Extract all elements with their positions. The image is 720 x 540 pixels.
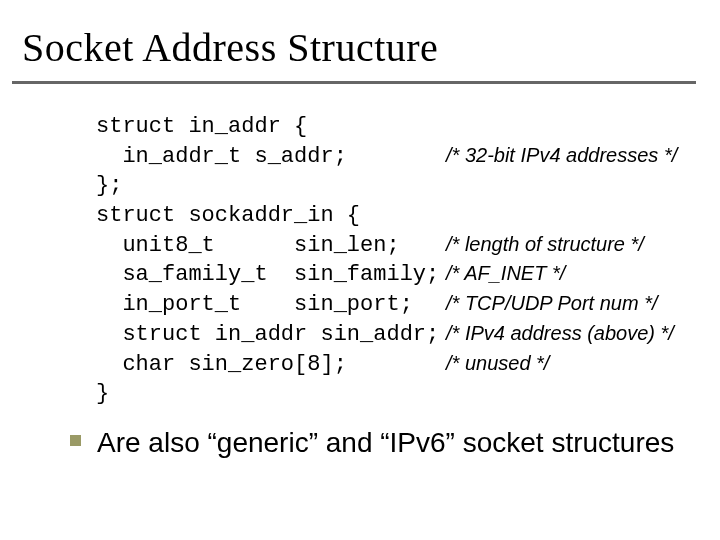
- code-line: struct sockaddr_in {: [96, 201, 696, 231]
- slide-title: Socket Address Structure: [22, 24, 696, 71]
- code-comment: /* 32-bit IPv4 addresses */: [446, 142, 696, 169]
- code-block: struct in_addr { in_addr_t s_addr; /* 32…: [96, 112, 696, 409]
- code-line: struct in_addr {: [96, 112, 696, 142]
- code-text: unit8_t sin_len;: [96, 231, 446, 261]
- code-text: struct in_addr {: [96, 112, 307, 142]
- code-text: in_addr_t s_addr;: [96, 142, 446, 172]
- square-bullet-icon: [70, 435, 81, 446]
- title-bar: Socket Address Structure: [12, 18, 696, 84]
- bullet-text: Are also “generic” and “IPv6” socket str…: [97, 425, 674, 460]
- code-line: char sin_zero[8]; /* unused */: [96, 350, 696, 380]
- code-text: in_port_t sin_port;: [96, 290, 446, 320]
- code-text: struct in_addr sin_addr;: [96, 320, 446, 350]
- code-text: struct sockaddr_in {: [96, 201, 360, 231]
- code-text: char sin_zero[8];: [96, 350, 446, 380]
- bullet-item: Are also “generic” and “IPv6” socket str…: [70, 425, 696, 460]
- code-line: };: [96, 171, 696, 201]
- code-line: unit8_t sin_len; /* length of structure …: [96, 231, 696, 261]
- code-line: in_addr_t s_addr; /* 32-bit IPv4 address…: [96, 142, 696, 172]
- code-text: }: [96, 379, 109, 409]
- code-line: struct in_addr sin_addr; /* IPv4 address…: [96, 320, 696, 350]
- code-line: sa_family_t sin_family; /* AF_INET */: [96, 260, 696, 290]
- code-comment: /* IPv4 address (above) */: [446, 320, 696, 347]
- code-comment: /* unused */: [446, 350, 696, 377]
- code-comment: /* TCP/UDP Port num */: [446, 290, 696, 317]
- code-comment: /* AF_INET */: [446, 260, 696, 287]
- code-line: }: [96, 379, 696, 409]
- code-comment: /* length of structure */: [446, 231, 696, 258]
- code-text: sa_family_t sin_family;: [96, 260, 446, 290]
- code-text: };: [96, 171, 122, 201]
- slide: Socket Address Structure struct in_addr …: [0, 0, 720, 540]
- code-line: in_port_t sin_port; /* TCP/UDP Port num …: [96, 290, 696, 320]
